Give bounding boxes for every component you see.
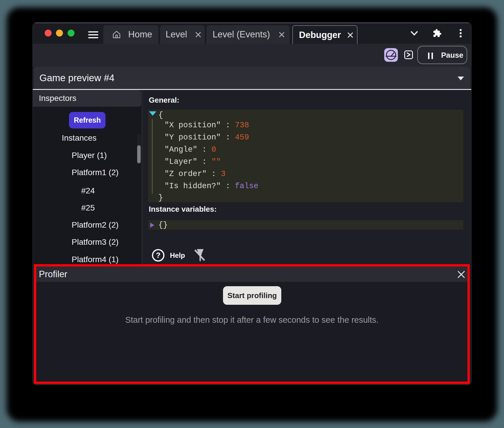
svg-text:?: ? bbox=[156, 251, 161, 260]
